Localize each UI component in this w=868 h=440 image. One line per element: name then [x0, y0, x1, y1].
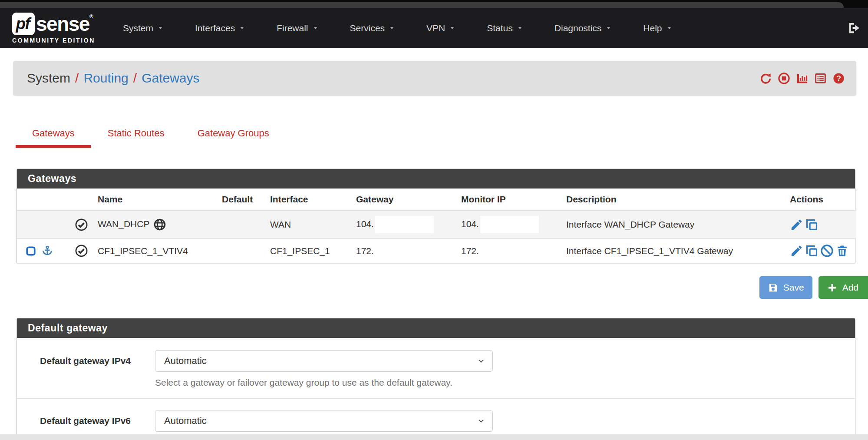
square-icon [25, 245, 37, 257]
default-gateway-ipv4-selected-value: Automatic [164, 355, 207, 367]
tab-gateway-groups[interactable]: Gateway Groups [181, 122, 286, 148]
main-menu: SystemInterfacesFirewallServicesVPNStatu… [107, 23, 688, 33]
gateways-table: NameDefaultInterfaceGatewayMonitor IPDes… [17, 189, 856, 263]
default-gateway-ipv6-select[interactable]: Automatic [155, 410, 493, 432]
footer-strip [0, 434, 868, 440]
gateway-ip-cell: 104. [353, 211, 458, 239]
gateway-name-cell: CF1_IPSEC_1_VTIV4 [94, 239, 218, 263]
interface-cell: CF1_IPSEC_1 [267, 239, 353, 263]
gateway-row: WAN_DHCP WAN 104. 104. Interface WAN_DHC… [17, 211, 856, 239]
description-cell: Interface WAN_DHCP Gateway [563, 211, 786, 239]
form-row-default-gateway-ipv6: Default gateway IPv6 Automatic Select a … [17, 398, 855, 440]
nav-item-label: Diagnostics [554, 23, 602, 33]
column-header-name: Name [94, 189, 218, 211]
default-cell [218, 211, 267, 239]
default-gateway-panel-title: Default gateway [17, 318, 855, 338]
gateway-name: WAN_DHCP [98, 219, 149, 229]
nav-item-label: VPN [426, 23, 445, 33]
form-actions-row: Save Add [0, 276, 868, 299]
chevron-down-icon [477, 357, 485, 365]
caret-down-icon [517, 25, 523, 31]
caret-down-icon [449, 25, 455, 31]
interface-cell: WAN [267, 211, 353, 239]
row-actions-cell [786, 211, 856, 239]
caret-down-icon [239, 25, 245, 31]
breadcrumb-separator: / [133, 71, 137, 85]
nav-item-label: Firewall [277, 23, 308, 33]
breadcrumb-system: System [27, 71, 70, 85]
default-gateway-ipv4-help-text: Select a gateway or failover gateway gro… [155, 377, 493, 388]
default-gateway-ipv6-selected-value: Automatic [164, 415, 207, 427]
row-actions-cell [786, 239, 856, 263]
description-cell: Interface CF1_IPSEC_1_VTIV4 Gateway [563, 239, 786, 263]
logout-icon[interactable] [848, 21, 861, 35]
nav-item-vpn[interactable]: VPN [411, 23, 471, 33]
window-chrome [0, 0, 868, 8]
check-circle-icon [75, 244, 88, 258]
nav-item-status[interactable]: Status [471, 23, 539, 33]
status-cell [68, 239, 94, 263]
nav-item-interfaces[interactable]: Interfaces [179, 23, 261, 33]
nav-item-label: Status [487, 23, 513, 33]
refresh-icon[interactable] [759, 72, 772, 85]
nav-item-services[interactable]: Services [334, 23, 411, 33]
breadcrumb-bar: System/Routing/Gateways [13, 61, 856, 96]
pfsense-logo[interactable]: pf sense® COMMUNITY EDITION [12, 13, 95, 44]
pfsense-logo-text: sense® [36, 14, 92, 34]
pfsense-tagline: COMMUNITY EDITION [12, 37, 95, 44]
gateways-panel: Gateways NameDefaultInterfaceGatewayMoni… [17, 169, 855, 263]
edit-icon[interactable] [790, 218, 803, 232]
caret-down-icon [157, 25, 164, 31]
column-header-interface: Interface [267, 189, 353, 211]
globe-icon [153, 218, 166, 231]
gateway-row: CF1_IPSEC_1_VTIV4 CF1_IPSEC_1 172. 172. … [17, 239, 856, 263]
flags-cell [17, 239, 68, 263]
nav-item-firewall[interactable]: Firewall [261, 23, 334, 33]
add-button-label: Add [842, 282, 858, 293]
tab-gateways[interactable]: Gateways [16, 122, 91, 148]
copy-icon[interactable] [805, 244, 818, 258]
caret-down-icon [389, 25, 395, 31]
nav-item-label: Interfaces [195, 23, 235, 33]
top-navbar: pf sense® COMMUNITY EDITION SystemInterf… [0, 8, 868, 48]
plus-icon [827, 282, 838, 293]
tab-static-routes[interactable]: Static Routes [91, 122, 181, 148]
gateway-name: CF1_IPSEC_1_VTIV4 [98, 246, 188, 256]
registered-mark: ® [89, 13, 92, 20]
edit-icon[interactable] [790, 244, 803, 258]
anchor-icon [41, 245, 53, 257]
redaction-box [480, 216, 539, 233]
column-header [68, 189, 94, 211]
caret-down-icon [605, 25, 612, 31]
list-icon[interactable] [814, 72, 827, 85]
bar-chart-icon[interactable] [796, 72, 809, 85]
sign-out-icon [848, 21, 861, 35]
flags-cell [17, 211, 68, 239]
default-gateway-panel: Default gateway Default gateway IPv4 Aut… [17, 318, 855, 440]
column-header-description: Description [563, 189, 786, 211]
check-circle-icon [75, 218, 88, 232]
copy-icon[interactable] [805, 218, 818, 232]
gateways-panel-title: Gateways [17, 169, 855, 189]
column-header-monitor-ip: Monitor IP [458, 189, 563, 211]
column-header [17, 189, 68, 211]
breadcrumb: System/Routing/Gateways [27, 71, 200, 86]
nav-item-help[interactable]: Help [627, 23, 688, 33]
nav-item-system[interactable]: System [107, 23, 179, 33]
breadcrumb-routing[interactable]: Routing [83, 71, 128, 85]
default-gateway-ipv4-select[interactable]: Automatic [155, 350, 493, 372]
nav-item-diagnostics[interactable]: Diagnostics [539, 23, 628, 33]
save-button[interactable]: Save [759, 276, 812, 299]
column-header-default: Default [218, 189, 267, 211]
chevron-down-icon [477, 417, 485, 425]
stop-circle-icon[interactable] [778, 72, 790, 85]
status-cell [68, 211, 94, 239]
trash-icon[interactable] [835, 244, 849, 258]
help-circle-icon[interactable] [832, 72, 845, 85]
ban-icon[interactable] [820, 244, 834, 258]
form-control-column: Automatic Select a gateway or failover g… [155, 350, 493, 388]
breadcrumb-gateways[interactable]: Gateways [142, 71, 199, 85]
breadcrumb-separator: / [75, 71, 79, 85]
add-button[interactable]: Add [818, 276, 868, 299]
nav-item-label: Services [350, 23, 385, 33]
